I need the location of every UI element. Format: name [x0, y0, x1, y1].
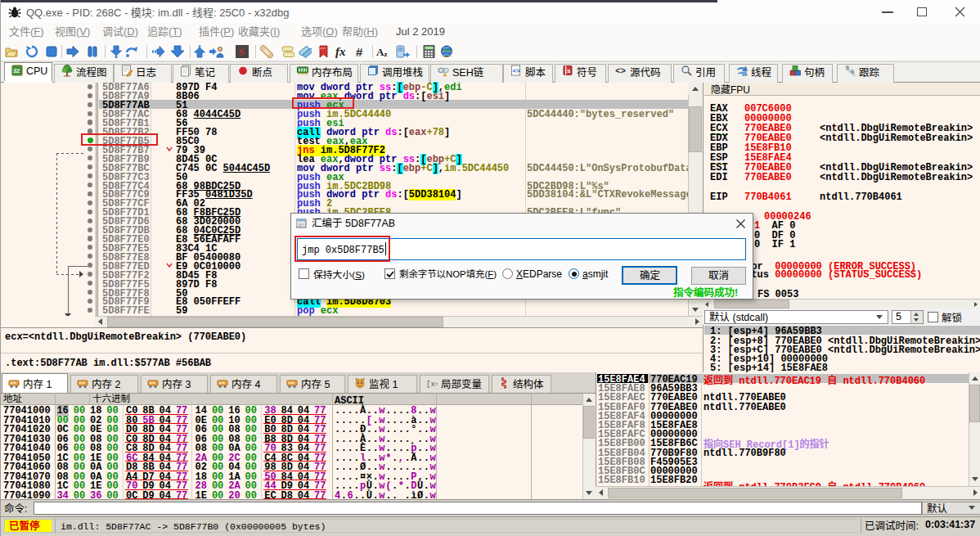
svg-text:[x=]: [x=]: [426, 381, 438, 389]
svg-text:A: A: [376, 46, 384, 58]
svg-text:#: #: [356, 45, 363, 58]
svg-text:32: 32: [13, 68, 20, 74]
svg-text:s: s: [567, 67, 571, 74]
svg-text:z: z: [384, 50, 388, 58]
svg-text:fx: fx: [335, 45, 346, 58]
svg-text:<>: <>: [615, 66, 627, 76]
svg-text:S: S: [239, 47, 245, 58]
svg-text:<>: <>: [513, 67, 521, 74]
